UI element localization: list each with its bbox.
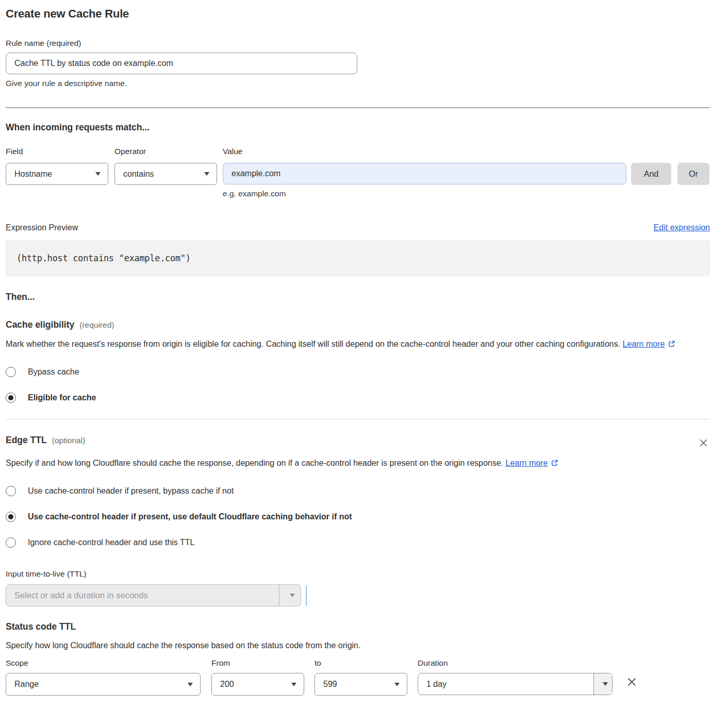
radio-option-bypass-cache[interactable]: Bypass cache [6, 367, 710, 377]
chevron-down-icon [95, 172, 101, 176]
edge-ttl-learn-more-link[interactable]: Learn more [506, 459, 548, 467]
then-heading: Then... [6, 292, 710, 302]
radio-option-use-header-bypass[interactable]: Use cache-control header if present, byp… [6, 486, 710, 496]
to-label: to [315, 659, 407, 668]
to-select-value: 599 [323, 680, 337, 689]
chevron-down-icon [204, 172, 209, 176]
expression-preview-box: (http.host contains "example.com") [6, 240, 710, 277]
page-title: Create new Cache Rule [6, 7, 710, 21]
required-note: (required) [79, 320, 114, 330]
radio-option-ignore-header[interactable]: Ignore cache-control header and use this… [6, 537, 710, 548]
from-column: From 200 [211, 659, 304, 696]
field-select[interactable]: Hostname [6, 163, 108, 185]
ttl-input-row: Select or add a duration in seconds [6, 584, 710, 606]
edge-ttl-description-text: Specify if and how long Cloudflare shoul… [6, 459, 503, 467]
value-column: Value e.g. example.com [223, 147, 626, 198]
edge-ttl-heading: Edge TTL [6, 435, 47, 446]
chevron-down-icon [603, 682, 608, 686]
radio-label: Bypass cache [28, 367, 79, 377]
radio-label: Use cache-control header if present, byp… [28, 486, 234, 496]
close-icon [626, 676, 638, 688]
chevron-down-icon [290, 594, 295, 597]
optional-note: (optional) [52, 436, 86, 445]
radio-label: Use cache-control header if present, use… [28, 512, 352, 521]
rule-name-label: Rule name (required) [6, 39, 710, 48]
scope-select-value: Range [14, 680, 39, 689]
chevron-down-icon [394, 683, 400, 686]
duration-dropdown-button[interactable] [593, 673, 612, 695]
ttl-dropdown-button[interactable] [279, 585, 301, 606]
or-column: Or [677, 147, 709, 185]
radio-icon[interactable] [6, 486, 16, 496]
cache-eligibility-header: Cache eligibility (required) [6, 319, 710, 330]
edit-expression-link[interactable]: Edit expression [654, 223, 710, 232]
scope-select[interactable]: Range [6, 673, 201, 696]
and-column: And [631, 147, 677, 185]
ttl-duration-placeholder: Select or add a duration in seconds [6, 585, 279, 606]
match-condition-row: Field Hostname Operator contains Value e… [6, 147, 710, 198]
rule-name-help: Give your rule a descriptive name. [6, 79, 710, 88]
value-input[interactable] [223, 163, 626, 184]
edge-ttl-description: Specify if and how long Cloudflare shoul… [6, 456, 575, 470]
radio-icon[interactable] [6, 393, 16, 403]
value-label: Value [223, 147, 626, 156]
radio-option-eligible-for-cache[interactable]: Eligible for cache [6, 393, 710, 403]
remove-status-code-rule-button[interactable] [625, 675, 639, 689]
external-link-icon [551, 459, 558, 467]
to-column: to 599 [315, 659, 407, 696]
cache-eligibility-description-text: Mark whether the request's response from… [6, 340, 620, 348]
edge-ttl-heading-group: Edge TTL (optional) [6, 435, 85, 446]
close-icon [698, 437, 709, 448]
ttl-duration-select[interactable]: Select or add a duration in seconds [6, 584, 301, 606]
operator-select-value: contains [123, 170, 154, 179]
chevron-down-icon [291, 683, 296, 686]
cache-eligibility-description: Mark whether the request's response from… [6, 337, 699, 351]
rule-name-group: Rule name (required) Give your rule a de… [6, 39, 710, 88]
duration-select[interactable]: 1 day [418, 673, 613, 695]
value-help: e.g. example.com [223, 189, 626, 198]
radio-icon[interactable] [6, 367, 16, 377]
operator-label: Operator [114, 147, 217, 156]
field-column: Field Hostname [6, 147, 108, 185]
expression-preview-header: Expression Preview Edit expression [6, 223, 710, 232]
radio-label: Ignore cache-control header and use this… [28, 538, 194, 547]
match-heading: When incoming requests match... [6, 122, 710, 133]
edge-ttl-close-button[interactable] [697, 436, 710, 449]
ttl-input-label: Input time-to-live (TTL) [6, 569, 710, 579]
from-select[interactable]: 200 [211, 673, 304, 696]
cache-eligibility-heading: Cache eligibility [6, 319, 74, 330]
radio-icon[interactable] [6, 512, 16, 522]
from-select-value: 200 [220, 680, 234, 689]
section-divider [6, 107, 710, 108]
status-code-ttl-row: Scope Range From 200 to 599 Duration 1 d… [6, 659, 710, 696]
operator-select[interactable]: contains [114, 163, 217, 185]
radio-option-use-header-default[interactable]: Use cache-control header if present, use… [6, 512, 710, 522]
cache-eligibility-learn-more-link[interactable]: Learn more [623, 340, 665, 348]
radio-label: Eligible for cache [28, 393, 96, 402]
external-link-icon [668, 340, 675, 348]
duration-column: Duration 1 day [418, 659, 613, 695]
field-label: Field [6, 147, 108, 156]
field-select-value: Hostname [14, 170, 52, 179]
operator-column: Operator contains [114, 147, 217, 185]
status-code-ttl-heading: Status code TTL [6, 621, 710, 632]
or-button[interactable]: Or [677, 163, 709, 185]
expression-code: (http.host contains "example.com") [16, 253, 191, 263]
scope-column: Scope Range [6, 659, 201, 696]
create-cache-rule-page: Create new Cache Rule Rule name (require… [0, 0, 728, 709]
radio-icon[interactable] [6, 537, 16, 548]
status-code-ttl-description: Specify how long Cloudflare should cache… [6, 638, 710, 653]
duration-select-value: 1 day [418, 673, 593, 695]
from-label: From [211, 659, 304, 668]
duration-label: Duration [418, 659, 613, 668]
section-divider [6, 419, 710, 419]
chevron-down-icon [188, 683, 193, 686]
edge-ttl-header: Edge TTL (optional) [6, 435, 710, 449]
expression-preview-label: Expression Preview [6, 223, 78, 232]
rule-name-input[interactable] [6, 53, 357, 74]
text-cursor [306, 585, 307, 606]
and-button[interactable]: And [631, 163, 671, 185]
scope-label: Scope [6, 659, 201, 668]
to-select[interactable]: 599 [315, 673, 407, 696]
